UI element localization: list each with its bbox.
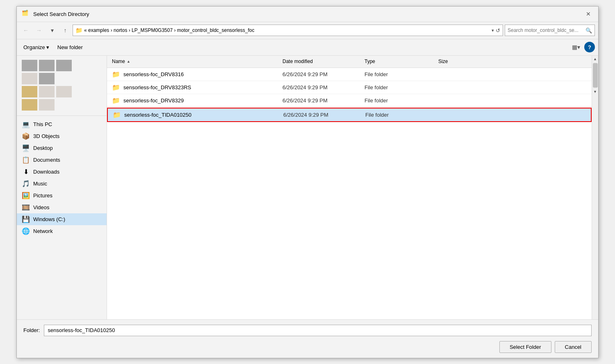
forward-button[interactable]: → bbox=[33, 25, 45, 36]
toolbar: Organize ▾ New folder ▦ ▾ ? bbox=[17, 39, 598, 56]
sidebar-label-videos: Videos bbox=[33, 204, 50, 210]
address-refresh-button[interactable]: ↺ bbox=[496, 27, 500, 34]
column-size[interactable]: Size bbox=[435, 59, 592, 64]
scrollbar[interactable]: ▲ ▼ bbox=[592, 56, 598, 319]
file-date: 6/26/2024 9:29 PM bbox=[279, 97, 361, 104]
folder-row: Folder: bbox=[23, 325, 592, 336]
sidebar-label-music: Music bbox=[33, 181, 47, 187]
thumb-6 bbox=[22, 86, 37, 97]
sidebar-icon-documents: 📋 bbox=[22, 156, 30, 164]
dialog-icon: 🗂️ bbox=[22, 10, 30, 18]
column-headers: Name ▲ Date modified Type Size bbox=[107, 56, 592, 68]
file-name-cell: 📁 sensorless-foc_TIDA010250 bbox=[108, 111, 280, 119]
title-bar-left: 🗂️ Select Search Directory bbox=[22, 10, 89, 18]
new-folder-label: New folder bbox=[57, 44, 83, 50]
scroll-up-arrow[interactable]: ▲ bbox=[592, 56, 599, 62]
search-bar[interactable]: 🔍 bbox=[505, 25, 595, 36]
file-row[interactable]: 📁 sensorless-foc_DRV8329 6/26/2024 9:29 … bbox=[107, 94, 592, 107]
thumb-1 bbox=[22, 60, 37, 71]
sidebar-thumbnails bbox=[17, 57, 107, 113]
close-button[interactable]: ✕ bbox=[583, 9, 593, 19]
organize-button[interactable]: Organize ▾ bbox=[20, 43, 52, 52]
thumb-10 bbox=[39, 99, 55, 111]
folder-input[interactable] bbox=[44, 325, 592, 336]
address-dropdown-arrow[interactable]: ▾ bbox=[492, 28, 494, 33]
nav-bar: ← → ▾ ↑ 📁 « examples › nortos › LP_MSPM0… bbox=[17, 22, 598, 39]
thumb-5 bbox=[39, 73, 55, 84]
back-button[interactable]: ← bbox=[20, 25, 32, 36]
sidebar-item-music[interactable]: 🎵 Music bbox=[17, 178, 107, 190]
sidebar-icon-pictures: 🖼️ bbox=[22, 192, 30, 199]
sidebar-icon-desktop: 🖥️ bbox=[22, 144, 30, 152]
sidebar-item-desktop[interactable]: 🖥️ Desktop bbox=[17, 142, 107, 154]
sidebar-item-downloads[interactable]: ⬇ Downloads bbox=[17, 166, 107, 178]
sidebar-item-videos[interactable]: 🎞️ Videos bbox=[17, 201, 107, 213]
file-name-cell: 📁 sensorless-foc_DRV8316 bbox=[107, 70, 279, 78]
title-bar: 🗂️ Select Search Directory ✕ bbox=[17, 7, 598, 22]
folder-icon: 📁 bbox=[113, 111, 121, 119]
sidebar-item-network[interactable]: 🌐 Network bbox=[17, 225, 107, 237]
sidebar-icon-windows-c: 💾 bbox=[22, 215, 30, 223]
thumb-7 bbox=[39, 86, 55, 97]
view-icon: ▦ bbox=[572, 44, 577, 50]
nav-dropdown-button[interactable]: ▾ bbox=[46, 25, 58, 36]
sidebar-item-windows-c[interactable]: 💾 Windows (C:) bbox=[17, 213, 107, 225]
scroll-thumb[interactable] bbox=[593, 63, 598, 88]
sidebar-item-pictures[interactable]: 🖼️ Pictures bbox=[17, 190, 107, 201]
cancel-button[interactable]: Cancel bbox=[555, 341, 592, 353]
folder-icon: 📁 bbox=[112, 84, 120, 91]
address-path: « examples › nortos › LP_MSPM0G3507 › mo… bbox=[84, 27, 490, 33]
column-date[interactable]: Date modified bbox=[279, 59, 361, 64]
scroll-down-arrow[interactable]: ▼ bbox=[592, 88, 599, 95]
sort-icon: ▲ bbox=[127, 59, 130, 63]
column-type[interactable]: Type bbox=[361, 59, 435, 64]
file-name: sensorless-foc_DRV8323RS bbox=[123, 84, 191, 90]
content-area: Name ▲ Date modified Type Size 📁 sensorl… bbox=[107, 56, 592, 319]
file-name-cell: 📁 sensorless-foc_DRV8329 bbox=[107, 97, 279, 104]
organize-label: Organize bbox=[23, 44, 45, 50]
file-date: 6/26/2024 9:29 PM bbox=[279, 84, 361, 90]
thumb-8 bbox=[56, 86, 72, 97]
toolbar-right: ▦ ▾ ? bbox=[570, 41, 595, 53]
sidebar-label-network: Network bbox=[33, 228, 53, 234]
address-bar[interactable]: 📁 « examples › nortos › LP_MSPM0G3507 › … bbox=[73, 25, 503, 36]
sidebar-label-downloads: Downloads bbox=[33, 169, 59, 175]
new-folder-button[interactable]: New folder bbox=[54, 43, 86, 52]
sidebar-items: 💻 This PC 📦 3D Objects 🖥️ Desktop 📋 Docu… bbox=[17, 118, 107, 237]
address-folder-icon: 📁 bbox=[75, 27, 82, 34]
help-button[interactable]: ? bbox=[584, 42, 595, 52]
sidebar: 💻 This PC 📦 3D Objects 🖥️ Desktop 📋 Docu… bbox=[17, 56, 107, 319]
sidebar-label-this-pc: This PC bbox=[33, 121, 52, 127]
thumb-row-4 bbox=[22, 99, 102, 111]
folder-icon: 📁 bbox=[112, 97, 120, 104]
file-name: sensorless-foc_TIDA010250 bbox=[124, 112, 191, 118]
view-arrow: ▾ bbox=[577, 44, 580, 50]
bottom-bar: Folder: Select Folder Cancel bbox=[17, 319, 598, 358]
file-type: File folder bbox=[362, 112, 436, 118]
thumb-9 bbox=[22, 99, 37, 111]
sidebar-item-documents[interactable]: 📋 Documents bbox=[17, 154, 107, 166]
file-name: sensorless-foc_DRV8329 bbox=[123, 97, 184, 104]
main-area: 💻 This PC 📦 3D Objects 🖥️ Desktop 📋 Docu… bbox=[17, 56, 598, 319]
sidebar-item-3d-objects[interactable]: 📦 3D Objects bbox=[17, 130, 107, 142]
file-list: 📁 sensorless-foc_DRV8316 6/26/2024 9:29 … bbox=[107, 68, 592, 319]
view-button[interactable]: ▦ ▾ bbox=[570, 41, 582, 53]
file-date: 6/26/2024 9:29 PM bbox=[279, 71, 361, 77]
select-folder-button[interactable]: Select Folder bbox=[499, 341, 551, 353]
up-button[interactable]: ↑ bbox=[59, 25, 71, 36]
file-row[interactable]: 📁 sensorless-foc_DRV8323RS 6/26/2024 9:2… bbox=[107, 81, 592, 94]
column-name[interactable]: Name ▲ bbox=[107, 59, 279, 64]
sidebar-item-this-pc[interactable]: 💻 This PC bbox=[17, 118, 107, 130]
sidebar-label-pictures: Pictures bbox=[33, 192, 52, 199]
file-name-cell: 📁 sensorless-foc_DRV8323RS bbox=[107, 84, 279, 91]
sidebar-label-documents: Documents bbox=[33, 157, 60, 163]
search-input[interactable] bbox=[508, 27, 584, 33]
file-dialog: 🗂️ Select Search Directory ✕ ← → ▾ ↑ 📁 «… bbox=[16, 6, 599, 358]
thumb-4 bbox=[22, 73, 37, 84]
file-row[interactable]: 📁 sensorless-foc_DRV8316 6/26/2024 9:29 … bbox=[107, 68, 592, 81]
search-icon: 🔍 bbox=[585, 27, 592, 34]
file-type: File folder bbox=[361, 84, 435, 90]
file-row[interactable]: 📁 sensorless-foc_TIDA010250 6/26/2024 9:… bbox=[107, 108, 592, 122]
sidebar-divider bbox=[17, 115, 107, 116]
file-type: File folder bbox=[361, 97, 435, 104]
